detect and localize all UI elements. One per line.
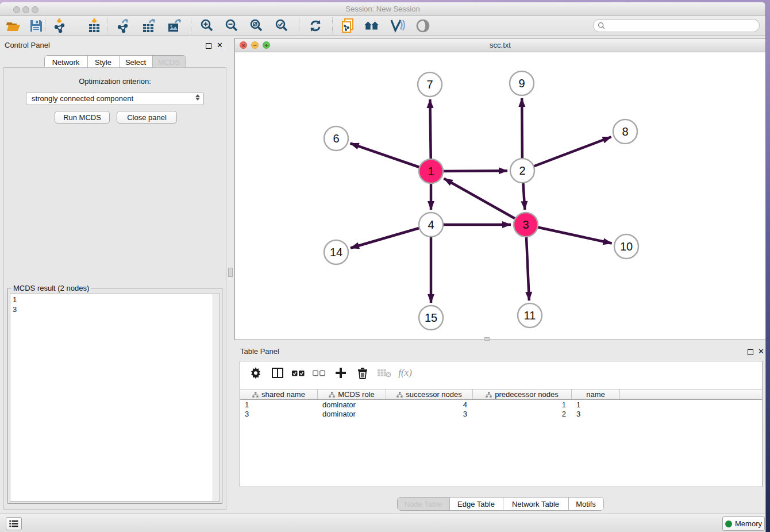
cell[interactable]: dominator — [318, 400, 386, 410]
cell[interactable]: 3 — [386, 410, 473, 419]
status-bar: Memory — [0, 514, 765, 532]
add-column-icon[interactable] — [333, 365, 348, 380]
save-session-icon[interactable] — [28, 18, 44, 34]
criterion-select[interactable]: strongly connected component — [26, 92, 204, 105]
virtual-column-icon — [396, 392, 403, 398]
zoom-selected-icon[interactable] — [274, 18, 290, 34]
toolbar-separator — [45, 17, 45, 34]
export-image-icon[interactable] — [167, 18, 183, 34]
network-view-titlebar: × − + scc.txt — [235, 38, 765, 52]
tab-mcds[interactable]: MCDS — [153, 56, 186, 68]
network-canvas[interactable]: 7968124314101511 — [235, 52, 765, 340]
edge-3-10[interactable] — [526, 225, 612, 243]
node-14[interactable]: 14 — [324, 240, 348, 264]
tab-network-table[interactable]: Network Table — [503, 498, 569, 510]
table-panel: Table Panel ✕ — [234, 343, 766, 514]
toggle-style-icon[interactable] — [389, 18, 405, 34]
node-11[interactable]: 11 — [518, 303, 542, 327]
table-panel-title: Table Panel — [240, 347, 279, 356]
edge-2-8[interactable] — [522, 137, 611, 171]
cell[interactable]: 4 — [386, 400, 473, 410]
node-9[interactable]: 9 — [510, 71, 534, 95]
tab-edge-table[interactable]: Edge Table — [450, 498, 503, 510]
mcds-result-text[interactable]: 1 3 — [10, 294, 220, 502]
table-toolbar: f(x) — [240, 361, 762, 384]
close-panel-icon[interactable]: ✕ — [217, 41, 223, 49]
control-panel-title: Control Panel — [5, 41, 50, 49]
toolbar-separator — [107, 17, 107, 34]
tab-style[interactable]: Style — [88, 56, 120, 68]
node-3[interactable]: 3 — [514, 213, 538, 237]
node-4[interactable]: 4 — [419, 213, 443, 237]
node-1[interactable]: 1 — [419, 159, 443, 183]
float-table-panel-icon[interactable] — [748, 348, 753, 357]
run-mcds-button[interactable]: Run MCDS — [55, 111, 110, 124]
unselect-all-columns-icon[interactable] — [311, 365, 326, 380]
select-stepper-icon — [195, 94, 200, 101]
tab-node-table[interactable]: Node Table — [398, 498, 450, 510]
close-table-panel-icon[interactable]: ✕ — [758, 347, 764, 356]
cell[interactable]: 3 — [572, 410, 620, 419]
zoom-fit-icon[interactable] — [249, 18, 265, 34]
export-table-icon[interactable] — [141, 18, 157, 34]
task-history-button[interactable] — [6, 517, 22, 530]
open-session-icon[interactable] — [5, 18, 21, 34]
cell[interactable]: 1 — [240, 400, 318, 410]
cell[interactable]: 3 — [240, 410, 318, 419]
list-icon — [9, 520, 18, 527]
result-scrollbar[interactable] — [213, 294, 220, 501]
node-8[interactable]: 8 — [613, 119, 637, 144]
node-7[interactable]: 7 — [418, 72, 442, 97]
edge-3-1[interactable] — [444, 179, 526, 225]
split-panel-icon[interactable] — [270, 365, 285, 380]
table-row[interactable]: 3dominator323 — [240, 410, 762, 419]
zoom-out-icon[interactable] — [224, 18, 240, 34]
first-neighbors-icon[interactable] — [364, 18, 380, 34]
cell[interactable]: 1 — [572, 400, 620, 410]
column-settings-icon[interactable] — [248, 365, 263, 380]
node-table-container: f(x) shared nameMCDS rolesuccessor nodes… — [240, 361, 763, 487]
cell[interactable]: 2 — [473, 410, 572, 419]
network-view-window: × − + scc.txt 7968124314101511 — [234, 38, 766, 340]
select-all-columns-icon[interactable] — [291, 365, 306, 380]
node-15[interactable]: 15 — [419, 306, 443, 330]
delete-column-icon[interactable] — [355, 365, 370, 380]
optimization-criterion-label: Optimization criterion: — [4, 77, 226, 86]
canvas-resize-handle[interactable] — [484, 337, 490, 341]
zoom-in-icon[interactable] — [199, 18, 215, 34]
column-header-MCDS-role[interactable]: MCDS role — [318, 390, 386, 399]
column-header-successor-nodes[interactable]: successor nodes — [386, 390, 473, 399]
toggle-birdseye-icon[interactable] — [415, 18, 431, 34]
search-box[interactable] — [593, 19, 760, 32]
column-header-name[interactable]: name — [572, 390, 620, 399]
app-titlebar: Session: New Session — [0, 2, 765, 16]
panel-divider-handle[interactable] — [228, 268, 233, 277]
tab-motifs[interactable]: Motifs — [569, 498, 603, 510]
table-header-row: shared nameMCDS rolesuccessor nodesprede… — [240, 389, 762, 400]
search-input[interactable] — [605, 21, 759, 30]
column-header-shared-name[interactable]: shared name — [240, 390, 318, 399]
node-6[interactable]: 6 — [324, 126, 348, 151]
node-label: 1 — [428, 165, 434, 178]
float-panel-icon[interactable] — [206, 42, 211, 51]
cell[interactable]: dominator — [318, 410, 386, 419]
edge-1-6[interactable] — [351, 143, 431, 171]
import-network-icon[interactable] — [53, 18, 69, 34]
tab-select[interactable]: Select — [120, 56, 153, 68]
tab-network[interactable]: Network — [45, 56, 88, 68]
toolbar-separator — [332, 17, 333, 34]
virtual-column-icon — [486, 392, 492, 398]
clone-network-icon[interactable] — [340, 18, 356, 34]
node-2[interactable]: 2 — [510, 159, 534, 183]
mcds-panel: Optimization criterion: strongly connect… — [3, 67, 226, 510]
apply-layout-icon[interactable] — [307, 18, 324, 34]
node-label: 15 — [425, 311, 437, 324]
close-panel-button[interactable]: Close panel — [117, 111, 177, 124]
memory-button[interactable]: Memory — [722, 516, 765, 531]
cell[interactable]: 1 — [473, 400, 572, 410]
column-header-predecessor-nodes[interactable]: predecessor nodes — [473, 390, 572, 399]
export-network-icon[interactable] — [116, 18, 132, 34]
import-table-icon[interactable] — [86, 18, 102, 34]
table-row[interactable]: 1dominator411 — [240, 400, 762, 410]
node-10[interactable]: 10 — [614, 234, 638, 259]
